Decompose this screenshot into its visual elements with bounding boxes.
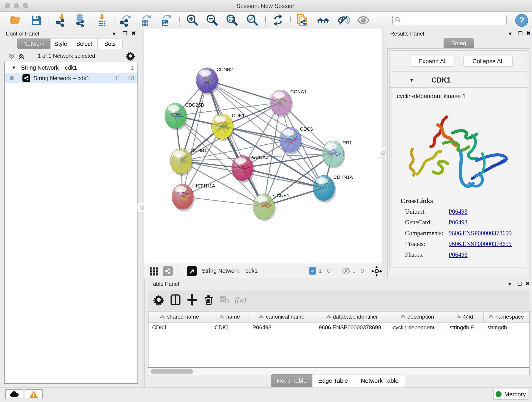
collapse-triangle-icon[interactable]: ▼ bbox=[12, 65, 16, 70]
zoom-selected-icon[interactable] bbox=[246, 14, 259, 27]
gene-description: cyclin-dependent kinase 1 bbox=[397, 93, 466, 100]
table-cell[interactable]: cyclin-dependent ... bbox=[389, 324, 446, 331]
table-cell[interactable]: P06493 bbox=[249, 324, 315, 331]
toolbar-separator bbox=[179, 15, 180, 26]
collapse-triangle-icon[interactable]: ▼ bbox=[409, 77, 414, 83]
table-cell[interactable]: stringdb:9... bbox=[446, 324, 484, 331]
search-icon bbox=[395, 17, 401, 23]
network-node-cdkn1a[interactable]: CDKN1A bbox=[313, 174, 353, 203]
scrollbar-thumb[interactable] bbox=[151, 369, 193, 374]
export-network-icon[interactable] bbox=[119, 14, 132, 27]
open-in-window-icon[interactable]: ↗ bbox=[187, 266, 197, 276]
import-table-from-file-icon[interactable] bbox=[96, 14, 109, 27]
tab-node-table[interactable]: Node Table bbox=[271, 374, 312, 387]
network-node-ccna1[interactable]: CCNA1 bbox=[270, 89, 307, 117]
export-image-icon[interactable] bbox=[159, 14, 172, 27]
tab-network-table[interactable]: Network Table bbox=[354, 374, 405, 387]
panel-menu-icon[interactable]: ▼ bbox=[508, 31, 513, 37]
network-node-ccnb1[interactable]: CCNB1 bbox=[170, 148, 207, 176]
table-cell[interactable]: stringdb bbox=[484, 324, 529, 331]
network-row-selected[interactable]: String Network – cdk1 11 48 bbox=[5, 73, 138, 83]
tab-style[interactable]: Style bbox=[51, 38, 71, 49]
column-header[interactable]: shared name bbox=[148, 312, 211, 322]
memory-label: Memory bbox=[504, 391, 526, 398]
show-columns-icon[interactable] bbox=[170, 294, 182, 306]
collapse-all-networks-icon[interactable] bbox=[8, 53, 16, 60]
column-header[interactable]: name bbox=[211, 312, 249, 322]
netbar-separator bbox=[338, 266, 338, 277]
zoom-fit-icon[interactable] bbox=[226, 14, 239, 27]
home-network-icon[interactable] bbox=[317, 14, 330, 27]
network-node-cdc6[interactable]: CDC6 bbox=[279, 126, 313, 154]
hide-unhide-icon[interactable] bbox=[337, 14, 350, 27]
table-row[interactable]: CDK1CDK1P064939606.ENSP00000378699cyclin… bbox=[148, 322, 529, 332]
tab-edge-table[interactable]: Edge Table bbox=[312, 374, 354, 387]
tab-select[interactable]: Select bbox=[71, 38, 97, 49]
open-session-icon[interactable] bbox=[9, 14, 22, 27]
selected-checkbox-icon[interactable] bbox=[309, 267, 316, 274]
column-header[interactable]: @id bbox=[446, 312, 484, 322]
help-icon[interactable]: ? bbox=[515, 14, 528, 27]
expand-all-button[interactable]: Expand All bbox=[411, 56, 454, 67]
crosslink-link[interactable]: 9606.ENSP00000378699 bbox=[449, 240, 512, 248]
add-column-icon[interactable] bbox=[186, 294, 199, 306]
close-panel-icon[interactable]: ✖ bbox=[132, 31, 136, 36]
crosslink-link[interactable]: P06493 bbox=[449, 219, 468, 226]
collapse-all-button[interactable]: Collapse All bbox=[463, 56, 513, 67]
gene-section-header[interactable]: ▼ CDK1 bbox=[390, 73, 527, 88]
column-header[interactable]: description bbox=[389, 312, 446, 322]
network-view-title: String Network – cdk1 bbox=[202, 268, 258, 274]
warnings-button[interactable] bbox=[25, 389, 43, 399]
save-session-icon[interactable] bbox=[30, 14, 43, 27]
expand-all-networks-icon[interactable] bbox=[17, 53, 25, 60]
refresh-icon[interactable] bbox=[272, 14, 284, 27]
pan-crosshair-icon[interactable] bbox=[371, 266, 382, 277]
column-header-label: database identifier bbox=[333, 313, 378, 320]
network-node-ccnb2[interactable]: CCNB2 bbox=[196, 67, 233, 95]
tab-string[interactable]: String bbox=[443, 38, 474, 49]
panel-menu-icon[interactable]: ▼ bbox=[507, 281, 512, 287]
import-network-from-file-icon[interactable] bbox=[56, 14, 69, 27]
crosslink-link[interactable]: P06493 bbox=[449, 251, 468, 258]
string-style-icon[interactable] bbox=[163, 266, 173, 276]
search-field[interactable] bbox=[392, 15, 507, 25]
network-collection-row[interactable]: ▼ String Network – cdk1 1 bbox=[5, 62, 138, 73]
network-node-ccna2[interactable]: CCNA2 bbox=[232, 154, 268, 183]
table-cell[interactable]: 9606.ENSP00000378699 bbox=[315, 324, 389, 331]
network-edge[interactable] bbox=[207, 80, 264, 206]
network-edge[interactable] bbox=[183, 80, 207, 197]
network-node-hist1h1a[interactable]: HIST1H1A bbox=[172, 183, 215, 211]
export-table-icon[interactable] bbox=[139, 14, 152, 27]
network-node-cdc25b[interactable]: CDC25B bbox=[165, 102, 204, 130]
zoom-out-icon[interactable] bbox=[206, 14, 219, 27]
column-header[interactable]: namespace bbox=[484, 312, 529, 322]
table-cell[interactable]: CDK1 bbox=[211, 324, 249, 331]
close-panel-icon[interactable]: ✖ bbox=[526, 31, 530, 36]
network-canvas[interactable]: CCNB2CCNA1CDC25BCDK1CDC6RB1CCNB1CCNA2CDK… bbox=[144, 29, 382, 264]
share-document-icon[interactable] bbox=[296, 14, 309, 27]
network-node-ccne1[interactable]: CCNE1 bbox=[253, 193, 289, 221]
float-panel-icon[interactable]: ❑ bbox=[518, 31, 523, 36]
tab-sets[interactable]: Sets bbox=[97, 38, 123, 49]
table-settings-gear-icon[interactable] bbox=[153, 294, 165, 306]
search-input[interactable] bbox=[401, 17, 501, 23]
column-header[interactable]: database identifier bbox=[315, 312, 389, 322]
crosslink-link[interactable]: 9606.ENSP00000378699 bbox=[449, 230, 512, 237]
network-node-rb1[interactable]: RB1 bbox=[322, 140, 352, 168]
panel-menu-icon[interactable]: ▼ bbox=[112, 31, 117, 37]
column-header[interactable]: canonical name bbox=[249, 312, 315, 322]
cloud-status-button[interactable] bbox=[5, 389, 23, 399]
crosslink-link[interactable]: P06493 bbox=[449, 208, 468, 215]
network-options-gear-icon[interactable] bbox=[126, 51, 135, 61]
table-cell[interactable]: CDK1 bbox=[148, 324, 211, 331]
tab-network[interactable]: Network bbox=[17, 38, 51, 49]
float-panel-icon[interactable]: ❑ bbox=[123, 31, 127, 36]
close-panel-icon[interactable]: ✖ bbox=[525, 281, 530, 287]
delete-column-icon[interactable] bbox=[203, 294, 215, 306]
import-network-from-database-icon[interactable] bbox=[75, 14, 88, 27]
float-panel-icon[interactable]: ❑ bbox=[517, 281, 522, 287]
zoom-in-icon[interactable] bbox=[186, 14, 199, 27]
birds-eye-view-icon[interactable] bbox=[149, 267, 158, 276]
memory-button[interactable]: Memory bbox=[493, 389, 528, 400]
show-graphics-details-icon[interactable] bbox=[357, 14, 370, 27]
